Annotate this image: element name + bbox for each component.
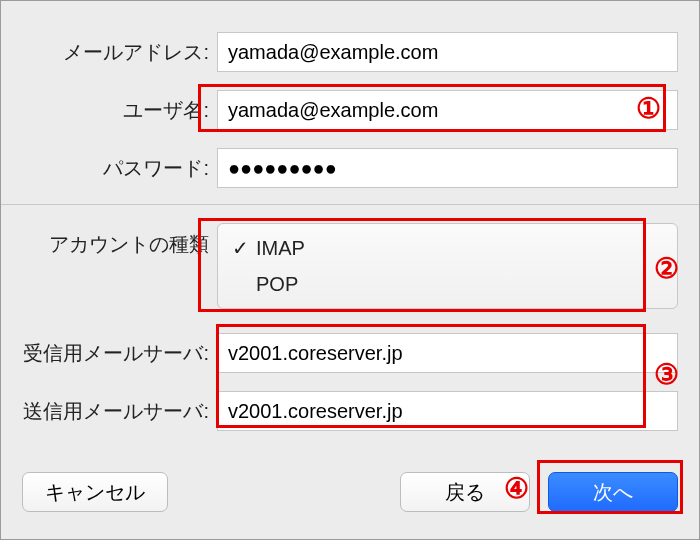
account-type-option-imap[interactable]: ✓ IMAP — [218, 230, 677, 266]
server-section: アカウントの種類 ✓ IMAP POP 受信用メールサーバ: 送信用メールサーバ… — [0, 223, 700, 433]
password-label: パスワード: — [22, 155, 217, 182]
outgoing-server-input[interactable] — [217, 391, 678, 431]
checkmark-icon: ✓ — [228, 236, 252, 260]
cancel-button[interactable]: キャンセル — [22, 472, 168, 512]
email-row: メールアドレス: — [22, 30, 678, 74]
email-input[interactable] — [217, 32, 678, 72]
email-label: メールアドレス: — [22, 39, 217, 66]
password-input[interactable] — [217, 148, 678, 188]
outgoing-server-label: 送信用メールサーバ: — [22, 398, 217, 425]
back-button[interactable]: 戻る — [400, 472, 530, 512]
outgoing-server-row: 送信用メールサーバ: — [22, 389, 678, 433]
next-button[interactable]: 次へ — [548, 472, 678, 512]
account-type-option-pop[interactable]: POP — [218, 266, 677, 302]
incoming-server-row: 受信用メールサーバ: — [22, 331, 678, 375]
password-row: パスワード: — [22, 146, 678, 190]
incoming-server-input[interactable] — [217, 333, 678, 373]
section-divider — [0, 204, 700, 205]
account-type-option-label: POP — [252, 273, 298, 296]
button-bar: キャンセル 戻る 次へ — [0, 472, 700, 512]
incoming-server-label: 受信用メールサーバ: — [22, 340, 217, 367]
username-row: ユーザ名: — [22, 88, 678, 132]
username-label: ユーザ名: — [22, 97, 217, 124]
mail-account-form: メールアドレス: ユーザ名: パスワード: — [0, 0, 700, 190]
username-input[interactable] — [217, 90, 678, 130]
account-type-row: アカウントの種類 ✓ IMAP POP — [22, 223, 678, 309]
account-type-label: アカウントの種類 — [22, 223, 217, 258]
account-type-select[interactable]: ✓ IMAP POP — [217, 223, 678, 309]
account-type-option-label: IMAP — [252, 237, 305, 260]
